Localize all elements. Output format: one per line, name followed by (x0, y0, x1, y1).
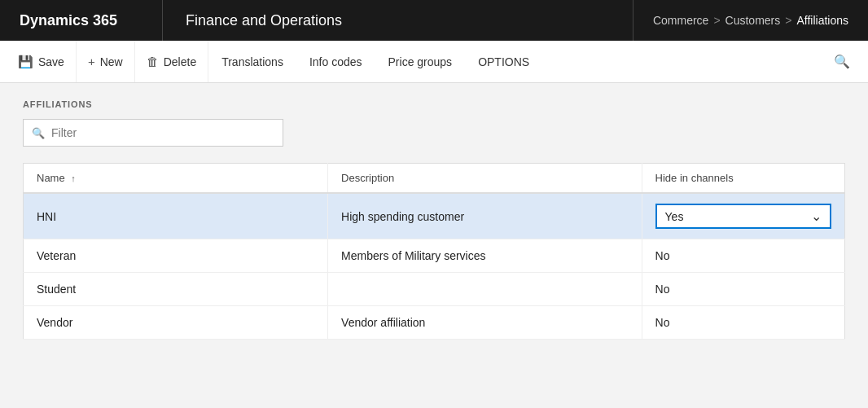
table-row[interactable]: VendorVendor affiliationNo (24, 306, 845, 340)
affiliations-table: Name ↑ Description Hide in channels HNIH… (23, 163, 845, 340)
info-codes-label: Info codes (309, 55, 362, 68)
table-row[interactable]: HNIHigh spending customerYes⌄ (24, 193, 845, 239)
module-label: Finance and Operations (163, 0, 633, 41)
cell-hide-in-channels[interactable]: Yes⌄ (642, 193, 844, 239)
table-row[interactable]: StudentNo (24, 273, 845, 306)
save-icon: 💾 (18, 55, 33, 69)
breadcrumb-part1: Commerce (653, 14, 708, 27)
content-area: AFFILIATIONS 🔍 Name ↑ Description Hide i… (0, 83, 868, 408)
translations-button[interactable]: Translations (208, 41, 296, 82)
cell-hide-in-channels: No (642, 239, 844, 273)
delete-icon: 🗑 (147, 55, 159, 68)
filter-input[interactable] (51, 126, 274, 139)
delete-label: Delete (164, 55, 196, 68)
chevron-down-icon: ⌄ (811, 208, 822, 224)
cell-hide-in-channels: No (642, 273, 844, 306)
col-header-description: Description (328, 164, 642, 194)
save-label: Save (38, 55, 64, 68)
options-label: OPTIONS (478, 55, 529, 68)
search-icon: 🔍 (834, 54, 850, 69)
cell-description: Members of Military services (328, 239, 642, 273)
cell-description: Vendor affiliation (328, 306, 642, 340)
filter-search-icon: 🔍 (32, 127, 45, 139)
price-groups-label: Price groups (388, 55, 453, 68)
filter-box[interactable]: 🔍 (23, 119, 283, 147)
hide-channels-dropdown[interactable]: Yes⌄ (655, 204, 831, 229)
delete-button[interactable]: 🗑 Delete (135, 41, 208, 82)
cell-name: Student (24, 273, 328, 306)
breadcrumb-sep2: > (785, 14, 791, 27)
new-button[interactable]: + New (77, 41, 135, 82)
plus-icon: + (88, 55, 95, 68)
search-button[interactable]: 🔍 (822, 41, 861, 82)
cell-name: Veteran (24, 239, 328, 273)
breadcrumb: Commerce > Customers > Affiliations (633, 0, 868, 41)
breadcrumb-part3: Affiliations (796, 14, 848, 27)
translations-label: Translations (221, 55, 283, 68)
cell-hide-in-channels: No (642, 306, 844, 340)
col-header-hide-in-channels: Hide in channels (642, 164, 844, 194)
action-bar: 💾 Save + New 🗑 Delete Translations Info … (0, 41, 868, 83)
brand-logo: Dynamics 365 (0, 0, 163, 41)
sort-arrow-name: ↑ (71, 173, 76, 183)
section-title: AFFILIATIONS (23, 99, 845, 109)
table-row[interactable]: VeteranMembers of Military servicesNo (24, 239, 845, 273)
options-button[interactable]: OPTIONS (465, 41, 542, 82)
cell-name: HNI (24, 193, 328, 239)
top-bar: Dynamics 365 Finance and Operations Comm… (0, 0, 868, 41)
cell-description (328, 273, 642, 306)
col-header-name: Name ↑ (24, 164, 328, 194)
breadcrumb-part2: Customers (726, 14, 781, 27)
cell-description: High spending customer (328, 193, 642, 239)
price-groups-button[interactable]: Price groups (375, 41, 466, 82)
info-codes-button[interactable]: Info codes (296, 41, 375, 82)
breadcrumb-sep1: > (713, 14, 720, 27)
table-header-row: Name ↑ Description Hide in channels (24, 164, 845, 194)
dropdown-value: Yes (665, 210, 684, 223)
brand-label: Dynamics 365 (20, 12, 117, 29)
new-label: New (100, 55, 123, 68)
cell-name: Vendor (24, 306, 328, 340)
save-button[interactable]: 💾 Save (7, 41, 77, 82)
